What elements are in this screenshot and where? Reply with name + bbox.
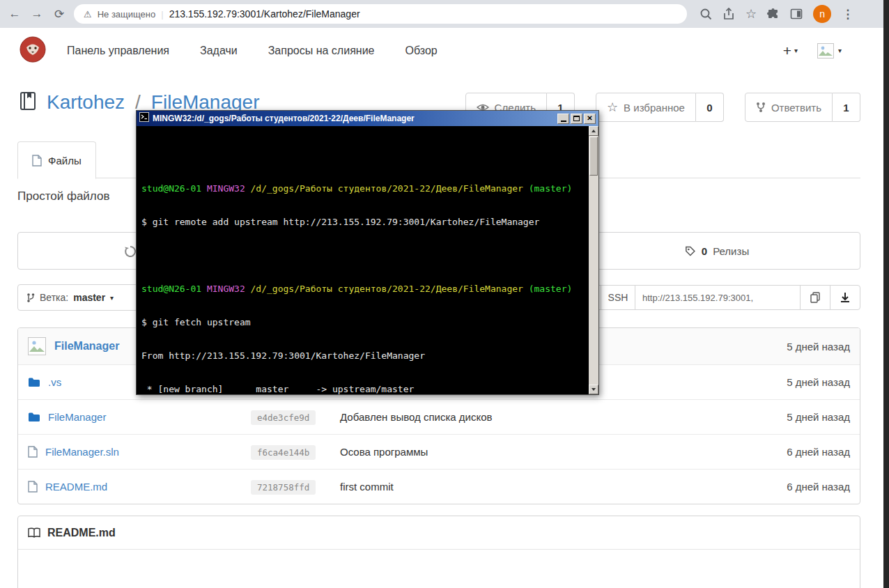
chevron-down-icon: ▾ [838, 47, 842, 54]
close-icon: ✕ [587, 115, 592, 122]
file-age: 5 дней назад [787, 411, 850, 423]
prompt-line: stud@N26-01 MINGW32 /d/_gogs/Работы студ… [141, 284, 584, 295]
split-screen-icon[interactable] [790, 8, 803, 20]
nav-item-explore[interactable]: Обзор [405, 45, 437, 57]
menu-dots-icon[interactable]: ⋮ [842, 7, 853, 22]
committer-avatar [28, 337, 46, 355]
minimize-icon [561, 121, 566, 122]
ssh-toggle-button[interactable]: SSH [601, 285, 635, 310]
commit-message[interactable]: first commit [340, 481, 394, 493]
latest-commit-author-link[interactable]: FileManager [54, 340, 119, 353]
terminal-output[interactable]: stud@N26-01 MINGW32 /d/_gogs/Работы студ… [137, 126, 589, 394]
branch-selector[interactable]: Ветка: master ▾ [17, 284, 143, 311]
readme-panel: README.md [17, 516, 860, 588]
profile-avatar[interactable]: n [813, 5, 831, 23]
tab-files[interactable]: Файлы [17, 141, 96, 179]
commit-hash-link[interactable]: e4de3cfe9d [251, 410, 316, 425]
screen-edge-strip [883, 0, 889, 588]
file-row-filemanager: FileManager e4de3cfe9d Добавлен вывод сп… [18, 399, 860, 434]
file-row-readme: README.md 7218758ffd first commit 6 дней… [18, 469, 860, 504]
file-link[interactable]: .vs [48, 376, 61, 388]
fork-icon [756, 102, 766, 113]
nav-item-issues[interactable]: Задачи [200, 45, 238, 57]
commit-message[interactable]: Осова программы [340, 446, 428, 458]
book-icon [28, 527, 40, 539]
scroll-down-icon[interactable] [589, 385, 598, 394]
file-link[interactable]: README.md [45, 481, 107, 493]
extensions-icon[interactable] [767, 8, 780, 20]
file-link[interactable]: FileManager [48, 411, 106, 423]
repo-icon [17, 91, 38, 114]
branch-name: master [73, 292, 105, 303]
readme-header: README.md [18, 516, 860, 550]
file-link[interactable]: FileManager.sln [45, 446, 119, 458]
file-icon [28, 481, 38, 493]
commit-hash-link[interactable]: 7218758ffd [251, 480, 316, 495]
nav-item-pull-requests[interactable]: Запросы на слияние [268, 45, 375, 57]
command-line: $ git fetch upstream [141, 317, 584, 328]
star-icon: ☆ [607, 100, 618, 115]
not-secure-icon[interactable]: ⚠ [84, 9, 92, 20]
fork-label: Ответвить [771, 102, 821, 114]
minimize-button[interactable] [557, 114, 569, 124]
download-icon [840, 292, 851, 303]
file-age: 5 дней назад [787, 376, 850, 388]
security-label: Не защищено [98, 9, 156, 20]
browser-toolbar: ← → ⟳ ⚠ Не защищено | 213.155.192.79:300… [0, 0, 889, 28]
chevron-down-icon: ▾ [794, 47, 798, 54]
forward-icon[interactable]: → [29, 7, 45, 21]
screen: ← → ⟳ ⚠ Не защищено | 213.155.192.79:300… [0, 0, 889, 588]
back-icon[interactable]: ← [7, 7, 22, 21]
commits-icon[interactable] [124, 245, 137, 261]
download-button[interactable] [830, 285, 860, 310]
releases-link[interactable]: 0 Релизы [685, 245, 749, 257]
share-icon[interactable] [722, 8, 735, 20]
user-menu[interactable]: ▾ [817, 43, 842, 59]
clone-url-group: HTTP SSH [564, 285, 860, 310]
scrollbar-thumb[interactable] [589, 137, 598, 176]
branch-label: Ветка: [40, 292, 68, 303]
fork-group: Ответвить 1 [745, 93, 860, 122]
output-line: From http://213.155.192.79:3001/Kartohez… [141, 350, 584, 362]
create-new-button[interactable]: + ▾ [783, 42, 798, 59]
file-row-filemanager-sln: FileManager.sln f6ca4e144b Осова програм… [18, 434, 860, 469]
copy-icon [810, 292, 821, 303]
maximize-icon [573, 116, 580, 121]
commit-message[interactable]: Добавлен вывод списка дисков [340, 411, 493, 423]
reload-icon[interactable]: ⟳ [52, 7, 67, 22]
clone-url-field [635, 285, 801, 310]
fork-button[interactable]: Ответвить [745, 93, 833, 122]
nav-item-dashboard[interactable]: Панель управления [67, 45, 169, 57]
terminal-titlebar[interactable]: MINGW32:/d/_gogs/Работы студентов/2021-2… [137, 111, 598, 126]
tag-icon [685, 245, 696, 256]
chevron-down-icon: ▾ [110, 294, 114, 302]
fork-count[interactable]: 1 [833, 93, 860, 122]
gogs-logo[interactable] [20, 36, 46, 65]
repo-owner-link[interactable]: Kartohez [47, 91, 125, 114]
releases-label: Релизы [713, 245, 749, 257]
prompt-line: stud@N26-01 MINGW32 /d/_gogs/Работы студ… [141, 183, 584, 194]
address-bar[interactable]: ⚠ Не защищено | 213.155.192.79:3001/Kart… [74, 4, 687, 24]
star-count[interactable]: 0 [696, 93, 724, 122]
output-line: * [new branch] master -> upstream/master [141, 384, 584, 394]
zoom-icon[interactable] [699, 8, 712, 20]
bookmark-star-icon[interactable]: ☆ [745, 6, 757, 22]
terminal-scrollbar[interactable] [589, 126, 598, 394]
file-icon [28, 446, 38, 458]
maximize-button[interactable] [571, 114, 582, 124]
gogs-navbar: Панель управления Задачи Запросы на слия… [0, 28, 889, 73]
latest-commit-age: 5 дней назад [787, 341, 850, 353]
star-button[interactable]: ☆ В избранное [596, 93, 696, 122]
branch-icon [26, 293, 35, 303]
close-button[interactable]: ✕ [584, 114, 596, 124]
navbar-right: + ▾ ▾ [783, 42, 842, 59]
terminal-window[interactable]: MINGW32:/d/_gogs/Работы студентов/2021-2… [136, 110, 599, 395]
url-text: 213.155.192.79:3001/Kartohez/FileManager [169, 8, 360, 20]
commit-hash-link[interactable]: f6ca4e144b [251, 445, 316, 460]
copy-url-button[interactable] [800, 285, 830, 310]
folder-icon [28, 412, 40, 422]
file-age: 6 дней назад [787, 446, 850, 458]
clone-url-input[interactable] [642, 293, 793, 303]
terminal-icon [139, 112, 149, 125]
scroll-up-icon[interactable] [589, 126, 598, 136]
